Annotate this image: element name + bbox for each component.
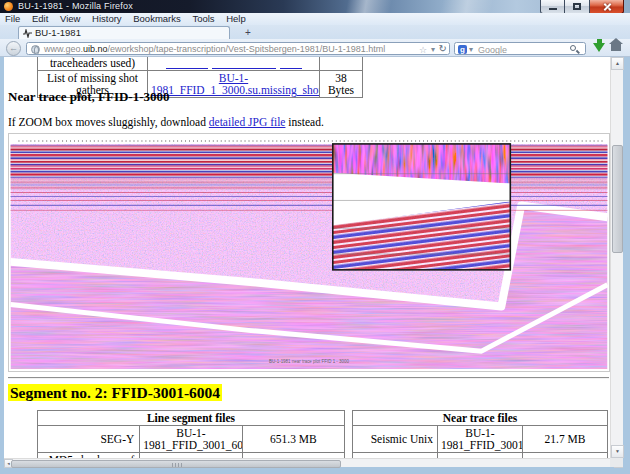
table-title: Near trace files: [353, 411, 608, 426]
near-trace-files-table: Near trace files Seismic Unix BU-1-1981_…: [352, 410, 608, 458]
window-title: BU-1-1981 - Mozilla Firefox: [18, 1, 133, 11]
back-button[interactable]: ←: [6, 41, 21, 56]
thumb-grip: [172, 463, 182, 467]
reload-icon[interactable]: ↻: [439, 43, 447, 55]
down-arrow-icon: ▼: [615, 448, 620, 454]
row-label: (overview traceheaders used): [38, 57, 148, 71]
scroll-down-button[interactable]: ▼: [611, 445, 624, 458]
clipped-link-fragment: [166, 66, 208, 69]
horizontal-scrollbar[interactable]: ◄ ►: [4, 458, 623, 467]
horizontal-rule: [8, 377, 609, 379]
table-title: Line segment files: [38, 411, 345, 426]
menu-help[interactable]: Help: [226, 13, 246, 25]
page-favicon: [23, 29, 32, 38]
row-size: 38 Bytes: [320, 71, 363, 98]
table-row: SEG-Y BU-1-1981_FFID_3001_6004.sgy 651.3…: [38, 426, 345, 453]
firefox-icon: [4, 2, 13, 11]
tab-bu-1-1981[interactable]: BU-1-1981: [18, 26, 230, 39]
menu-bar: File Edit View History Bookmarks Tools H…: [0, 13, 630, 25]
search-icon[interactable]: [570, 45, 576, 51]
close-button[interactable]: [590, 0, 624, 14]
table-row: (overview traceheaders used): [38, 57, 363, 71]
menu-history[interactable]: History: [92, 13, 122, 25]
row-size: 21.7 MB: [523, 426, 608, 453]
row-file: BU-1-1981_FFID_3001_6004.sgy: [140, 426, 242, 453]
minimize-button[interactable]: [540, 0, 565, 14]
site-identity-icon[interactable]: [31, 45, 40, 54]
new-tab-button[interactable]: +: [236, 27, 260, 39]
seismic-plot-image[interactable]: BU-1-1981 near trace plot FFID 1 - 3000: [8, 133, 610, 372]
url-text: www.geo.uib.no/eworkshop/tape-transcript…: [44, 43, 385, 55]
title-bar[interactable]: BU-1-1981 - Mozilla Firefox: [0, 0, 630, 13]
table-row: Seismic Unix BU-1-1981_FFID_3001_6004.ne…: [353, 426, 608, 453]
downloads-icon[interactable]: [593, 43, 605, 52]
scrollbar-corner: [610, 458, 623, 467]
search-bar[interactable]: g ▾ Google: [454, 42, 586, 56]
section-heading-near-trace-plot: Near trace plot, FFID-1-3000: [8, 89, 170, 105]
search-placeholder: Google: [478, 44, 507, 56]
search-engine-dropdown-icon[interactable]: ▾: [469, 45, 473, 54]
maximize-button[interactable]: [565, 0, 590, 14]
plot-caption: BU-1-1981 near trace plot FFID 1 - 3000: [269, 359, 349, 364]
zoom-hint-paragraph: If ZOOM box moves sluggishly, download d…: [8, 116, 324, 128]
google-logo-icon: g: [458, 45, 467, 54]
vertical-scroll-thumb[interactable]: [612, 145, 623, 253]
section-heading-segment-2: Segment no. 2: FFID-3001-6004: [8, 384, 222, 402]
url-dropdown-icon[interactable]: ▾: [431, 44, 435, 56]
row-size: 651.3 MB: [242, 426, 344, 453]
line-segment-files-table: Line segment files SEG-Y BU-1-1981_FFID_…: [37, 410, 345, 458]
row-size: [320, 57, 363, 71]
url-bar[interactable]: www.geo.uib.no/eworkshop/tape-transcript…: [26, 42, 450, 56]
menu-tools[interactable]: Tools: [192, 13, 214, 25]
row-file: BU-1-1981_FFID_3001_6004.neartrace.su: [438, 426, 523, 453]
menu-view[interactable]: View: [60, 13, 80, 25]
up-arrow-icon: ▲: [615, 60, 620, 66]
row-label: SEG-Y: [38, 426, 140, 453]
maximize-icon: [573, 3, 581, 10]
left-arrow-icon: ◄: [7, 461, 11, 466]
minimize-icon: [549, 8, 557, 10]
vertical-scrollbar[interactable]: ▲ ▼: [610, 57, 623, 458]
back-icon: ←: [9, 43, 18, 53]
home-icon[interactable]: [611, 44, 621, 51]
detailed-jpg-link[interactable]: detailed JPG file: [209, 116, 286, 128]
clipped-link-cell[interactable]: [148, 57, 320, 71]
scroll-up-button[interactable]: ▲: [611, 57, 624, 70]
missing-shots-link[interactable]: BU-1-1981_FFID_1_3000.su.missing_shots.t…: [151, 72, 320, 96]
bookmark-star-icon[interactable]: ☆: [419, 44, 427, 56]
navigation-toolbar: ← www.geo.uib.no/eworkshop/tape-transcri…: [0, 39, 630, 57]
menu-file[interactable]: File: [5, 13, 20, 25]
row-label: Seismic Unix: [353, 426, 438, 453]
page-content: (overview traceheaders used) List of mis…: [4, 57, 610, 458]
menu-edit[interactable]: Edit: [32, 13, 48, 25]
menu-bookmarks[interactable]: Bookmarks: [133, 13, 181, 25]
tab-label: BU-1-1981: [35, 27, 81, 39]
horizontal-scroll-thumb[interactable]: [11, 460, 341, 468]
tab-bar: BU-1-1981 +: [0, 25, 630, 39]
